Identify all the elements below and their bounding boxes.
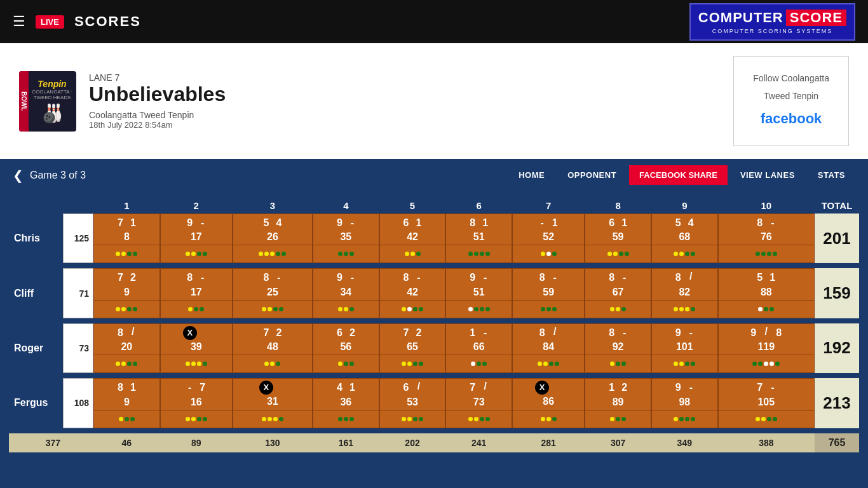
player-fergus-dots-frame-10 xyxy=(718,410,815,428)
header-total: TOTAL xyxy=(815,198,859,214)
facebook-share-button[interactable]: FACEBOOK SHARE xyxy=(629,165,728,185)
player-cliff-dots-frame-7 xyxy=(512,301,585,318)
player-fergus-dots-frame-8 xyxy=(585,410,651,428)
player-fergus-frame-5: 6/53 xyxy=(379,378,446,410)
totals-frame-3: 130 xyxy=(233,433,313,452)
player-chris-frame-2: 9-17 xyxy=(160,214,233,245)
player-cliff-frame-10: 5188 xyxy=(718,268,815,300)
player-fergus-dots-frame-5 xyxy=(379,410,446,428)
player-cliff-frame-1: 729 xyxy=(93,268,160,300)
player-chris-frame-4: 9-35 xyxy=(313,214,379,245)
player-fergus-frame-6: 7/73 xyxy=(445,378,512,410)
player-fergus-frame-2: -716 xyxy=(160,378,233,410)
totals-frame-10: 388 xyxy=(718,433,815,452)
player-roger-frame-8: 8-92 xyxy=(585,323,651,355)
player-fergus-dots xyxy=(9,410,859,428)
player-roger-dots-frame-8 xyxy=(585,355,651,373)
facebook-link[interactable]: facebook xyxy=(753,105,829,133)
team-name: Unbelievables xyxy=(89,83,226,106)
top-navigation: ☰ LIVE SCORES COMPUTER SCORE COMPUTER SC… xyxy=(0,0,868,43)
opponent-button[interactable]: OPPONENT xyxy=(557,165,627,185)
player-cliff-name: Cliff xyxy=(9,268,63,318)
totals-label-1 xyxy=(63,433,93,452)
back-button[interactable]: ❮ xyxy=(13,168,24,183)
player-chris-frame-8: 6159 xyxy=(585,214,651,245)
player-roger-frame-4: 6256 xyxy=(313,323,379,355)
player-roger-dots-frame-10 xyxy=(718,355,815,373)
stats-button[interactable]: STATS xyxy=(808,165,855,185)
totals-spacer xyxy=(9,428,859,433)
grand-total: 765 xyxy=(815,433,859,452)
venue-header: BOWL Tenpin COOLANGATTA · TWEED HEADS 🎳 … xyxy=(0,43,868,159)
player-roger-frame-10: 9/8119 xyxy=(718,323,815,355)
player-cliff-dots-frame-5 xyxy=(379,301,446,318)
totals-frame-7: 281 xyxy=(512,433,585,452)
totals-frame-1: 46 xyxy=(93,433,160,452)
player-roger-dots-frame-1 xyxy=(93,355,160,373)
player-fergus-frame-3: X31 xyxy=(233,378,313,410)
totals-row: 3774689130161202241281307349388765 xyxy=(9,433,859,452)
home-button[interactable]: HOME xyxy=(508,165,555,185)
player-cliff-dots-frame-3 xyxy=(233,301,313,318)
player-fergus-frame-4: 4136 xyxy=(313,378,379,410)
player-fergus-dots-frame-4 xyxy=(313,410,379,428)
player-spacer xyxy=(9,263,859,268)
player-chris-frame-1: 718 xyxy=(93,214,160,245)
player-chris-scores: Chris1257189-1754269-3561428151-15261595… xyxy=(9,214,859,245)
header-frame-7: 7 xyxy=(512,198,585,214)
game-label: Game 3 of 3 xyxy=(30,170,86,181)
player-roger-dots-frame-6 xyxy=(445,355,512,373)
player-roger-frame-6: 1-66 xyxy=(445,323,512,355)
player-chris-frame-5: 6142 xyxy=(379,214,446,245)
player-cliff-dots-frame-8 xyxy=(585,301,651,318)
header-frame-3: 3 xyxy=(233,198,313,214)
player-chris-dots-frame-6 xyxy=(445,245,512,263)
player-chris-handicap: 125 xyxy=(63,214,93,263)
player-roger-frame-9: 9-101 xyxy=(651,323,718,355)
header-frame-8: 8 xyxy=(585,198,651,214)
scores-label: SCORES xyxy=(74,13,141,30)
player-chris-dots-frame-1 xyxy=(93,245,160,263)
player-fergus-frame-1: 819 xyxy=(93,378,160,410)
player-fergus-frame-7: X86 xyxy=(512,378,585,410)
menu-icon[interactable]: ☰ xyxy=(13,13,25,30)
player-cliff-frame-8: 8-67 xyxy=(585,268,651,300)
player-fergus-dots-frame-9 xyxy=(651,410,718,428)
player-roger-dots-frame-5 xyxy=(379,355,446,373)
player-fergus-scores: Fergus108819-716X3141366/537/73X8612899-… xyxy=(9,378,859,410)
view-lanes-button[interactable]: VIEW LANES xyxy=(730,165,805,185)
player-cliff-frame-2: 8-17 xyxy=(160,268,233,300)
header-frame-5: 5 xyxy=(379,198,446,214)
lane-label: LANE 7 xyxy=(89,72,226,83)
player-fergus-dots-frame-3 xyxy=(233,410,313,428)
logo-computer: COMPUTER xyxy=(698,10,783,26)
facebook-follow-box: Follow Coolangatta Tweed Tenpin facebook xyxy=(733,56,849,146)
player-cliff-dots xyxy=(9,301,859,318)
header-row: 1 2 3 4 5 6 7 8 9 10 TOTAL xyxy=(9,198,859,214)
totals-frame-2: 89 xyxy=(160,433,233,452)
header-frame-6: 6 xyxy=(445,198,512,214)
player-roger-dots-frame-4 xyxy=(313,355,379,373)
player-fergus-frame-9: 9-98 xyxy=(651,378,718,410)
follow-line1: Follow Coolangatta xyxy=(753,69,829,87)
player-roger-name: Roger xyxy=(9,323,63,373)
player-chris-dots-frame-5 xyxy=(379,245,446,263)
player-roger-frame-5: 7265 xyxy=(379,323,446,355)
logo-score: SCORE xyxy=(786,10,846,26)
player-fergus-frame-8: 1289 xyxy=(585,378,651,410)
player-cliff-dots-frame-10 xyxy=(718,301,815,318)
player-chris-frame-3: 5426 xyxy=(233,214,313,245)
player-roger-total: 192 xyxy=(815,323,859,373)
player-roger-dots-frame-9 xyxy=(651,355,718,373)
player-roger-handicap: 73 xyxy=(63,323,93,373)
player-roger-frame-1: 8/20 xyxy=(93,323,160,355)
player-cliff-dots-frame-1 xyxy=(93,301,160,318)
player-spacer xyxy=(9,373,859,378)
header-frame-2: 2 xyxy=(160,198,233,214)
player-cliff-scores: Cliff717298-178-259-348-429-518-598-678/… xyxy=(9,268,859,300)
player-cliff-frame-4: 9-34 xyxy=(313,268,379,300)
totals-label-0: 377 xyxy=(9,433,63,452)
computer-score-logo: COMPUTER SCORE COMPUTER SCORING SYSTEMS xyxy=(689,3,855,41)
player-chris-frame-9: 5468 xyxy=(651,214,718,245)
player-cliff-total: 159 xyxy=(815,268,859,318)
